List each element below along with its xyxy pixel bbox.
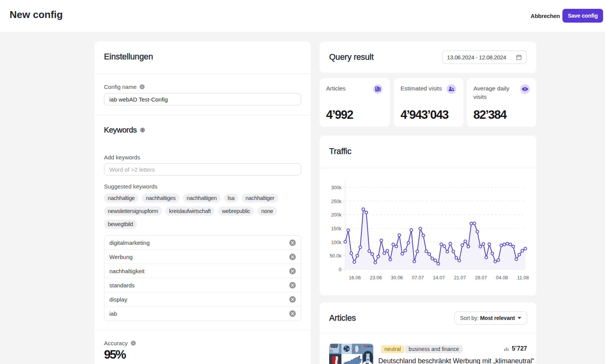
- svg-text:23.06: 23.06: [370, 275, 382, 280]
- svg-text:0: 0: [339, 267, 341, 272]
- svg-text:250k: 250k: [331, 199, 342, 204]
- svg-text:21.07: 21.07: [454, 275, 466, 280]
- svg-text:50.0k: 50.0k: [330, 253, 341, 259]
- svg-text:150k: 150k: [331, 226, 342, 231]
- svg-text:100k: 100k: [331, 240, 342, 245]
- svg-text:ORF.at: ORF.at: [367, 346, 373, 348]
- svg-text:14.07: 14.07: [433, 275, 445, 280]
- svg-text:16.06: 16.06: [349, 275, 361, 280]
- svg-text:30.06: 30.06: [391, 275, 403, 280]
- svg-text:04.08: 04.08: [496, 275, 508, 280]
- svg-text:11.08: 11.08: [517, 275, 529, 280]
- svg-text:200k: 200k: [331, 212, 342, 218]
- svg-text:07.07: 07.07: [412, 275, 424, 280]
- svg-text:28.07: 28.07: [475, 275, 487, 280]
- svg-text:300k: 300k: [331, 185, 342, 190]
